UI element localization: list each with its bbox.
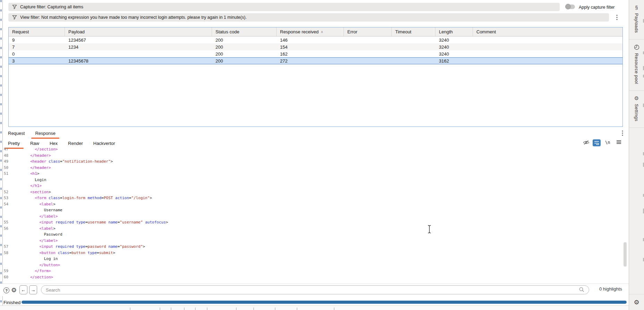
- line-number: 51: [3, 171, 12, 177]
- line-number: [3, 256, 12, 262]
- cell-status-code: 200: [212, 51, 277, 57]
- capture-filter-bar[interactable]: Capture filter: Capturing all items: [8, 3, 560, 11]
- hide-highlights-eye-slash-icon[interactable]: [583, 140, 590, 145]
- code-line: Password: [3, 231, 623, 238]
- code-line: </label>: [3, 238, 623, 244]
- column-header-error[interactable]: Error: [344, 27, 392, 36]
- toggle-knob: [565, 4, 571, 9]
- line-number: 58: [3, 250, 12, 256]
- column-header-status-code[interactable]: Status code: [212, 27, 277, 36]
- line-number: 57: [3, 244, 12, 250]
- attack-results-table: RequestPayloadStatus codeResponse receiv…: [8, 27, 623, 127]
- line-number: [3, 262, 12, 268]
- cell-request: 7: [9, 44, 65, 50]
- result-row-request-0[interactable]: 02001623240: [9, 50, 622, 57]
- code-line: 50 </header>: [3, 165, 623, 171]
- apply-capture-filter-label: Apply capture filter: [579, 5, 615, 10]
- cell-length: 3240: [435, 38, 473, 43]
- next-match-button[interactable]: →: [29, 285, 37, 294]
- search-input[interactable]: [41, 285, 589, 294]
- cell-response-received: 162: [277, 51, 344, 57]
- cell-payload: 12345678: [65, 58, 212, 64]
- apply-capture-filter-toggle[interactable]: [566, 5, 575, 9]
- column-header-comment[interactable]: Comment: [473, 27, 622, 36]
- code-line: 48 </header>: [3, 153, 623, 159]
- code-line: </button>: [3, 262, 623, 268]
- previous-match-button[interactable]: ←: [19, 285, 27, 294]
- sidebar-item-settings[interactable]: ⚙Settings: [629, 91, 644, 128]
- line-number: 50: [3, 165, 12, 171]
- sidebar-item-label: Resource pool: [634, 53, 639, 84]
- line-number: 56: [3, 226, 12, 232]
- column-header-timeout[interactable]: Timeout: [392, 27, 435, 36]
- editor-settings-menu-icon[interactable]: [616, 140, 621, 144]
- background-window-sliver: [0, 0, 3, 310]
- cell-length: 3240: [435, 44, 473, 50]
- line-number: [3, 183, 12, 189]
- sidebar-settings-gear-button[interactable]: ⚙: [629, 294, 644, 310]
- code-line: Log in: [3, 256, 623, 262]
- column-header-payload[interactable]: Payload: [65, 27, 212, 36]
- code-line: 60 </section>: [3, 274, 623, 280]
- view-filter-bar[interactable]: View filter: Not matching expression you…: [8, 13, 609, 22]
- result-row-request-7[interactable]: 712342001543240: [9, 43, 622, 50]
- tab-request[interactable]: Request: [3, 129, 30, 139]
- code-line: 59 </form>: [3, 268, 623, 274]
- line-number: [3, 231, 12, 238]
- sidebar-item-payloads[interactable]: §Payloads: [629, 0, 644, 40]
- cell-response-received: 154: [277, 44, 344, 50]
- line-number: 59: [3, 268, 12, 274]
- code-line: 51 <h1>: [3, 171, 623, 177]
- word-wrap-toggle-button[interactable]: [593, 139, 601, 146]
- code-line: 55 <input required type=username name="u…: [3, 219, 623, 226]
- column-header-length[interactable]: Length: [435, 27, 473, 36]
- sidebar-item-resource-pool[interactable]: Resource pool: [629, 40, 644, 91]
- line-number: 55: [3, 219, 12, 226]
- column-header-request[interactable]: Request: [9, 27, 65, 36]
- tab-response[interactable]: Response: [30, 129, 61, 139]
- cell-status-code: 200: [212, 58, 277, 64]
- message-editor-tabs: RequestResponse: [3, 129, 61, 139]
- cell-response-received: 272: [277, 58, 344, 64]
- code-line: 49 <header class="notification-header">: [3, 158, 623, 165]
- column-header-response-received[interactable]: Response received∧: [277, 27, 344, 36]
- show-newlines-icon[interactable]: \n: [605, 140, 610, 145]
- table-body: 9123456720014632407123420015432400200162…: [9, 36, 622, 64]
- cell-status-code: 200: [212, 38, 277, 43]
- cell-payload: 1234567: [65, 38, 212, 43]
- text-cursor-pointer: [427, 225, 432, 234]
- cell-status-code: 200: [212, 44, 277, 50]
- cell-request: 9: [9, 38, 65, 43]
- code-line: 53 <form class=login-form method=POST ac…: [3, 195, 623, 201]
- line-number: 60: [3, 274, 12, 280]
- gear-icon: ⚙: [634, 299, 639, 305]
- view-filter-menu-icon[interactable]: [614, 14, 620, 21]
- code-line: 47 </section>: [3, 146, 623, 153]
- filter-funnel-icon: [12, 15, 17, 20]
- search-settings-gear-icon[interactable]: ⚙: [11, 287, 17, 293]
- line-number: [3, 177, 12, 183]
- result-row-request-3[interactable]: 3123456782002723162: [9, 57, 622, 64]
- cell-length: 3240: [435, 51, 473, 57]
- editor-tabs-menu-icon[interactable]: [620, 130, 625, 137]
- attack-status-label: Finished: [3, 300, 20, 305]
- code-vertical-scrollbar[interactable]: [624, 242, 627, 267]
- line-number: 54: [3, 201, 12, 207]
- code-line: 54 <label>: [3, 201, 623, 207]
- response-code-view[interactable]: 47 </section>48 </header>49 <header clas…: [3, 146, 623, 282]
- line-number: 49: [3, 158, 12, 165]
- code-line: Username: [3, 207, 623, 213]
- code-line: </h1>: [3, 183, 623, 189]
- result-row-request-9[interactable]: 912345672001463240: [9, 36, 622, 43]
- code-line: Login: [3, 177, 623, 183]
- filter-funnel-icon: [12, 5, 17, 9]
- cell-length: 3162: [435, 58, 473, 64]
- cell-response-received: 146: [277, 38, 344, 43]
- help-icon[interactable]: ?: [3, 287, 9, 293]
- table-header-row: RequestPayloadStatus codeResponse receiv…: [9, 27, 622, 36]
- line-number: [3, 207, 12, 213]
- attack-progress-bar: [22, 301, 627, 304]
- section-sign-icon: §: [635, 5, 638, 10]
- line-number: [3, 238, 12, 244]
- sort-ascending-icon: ∧: [321, 30, 323, 34]
